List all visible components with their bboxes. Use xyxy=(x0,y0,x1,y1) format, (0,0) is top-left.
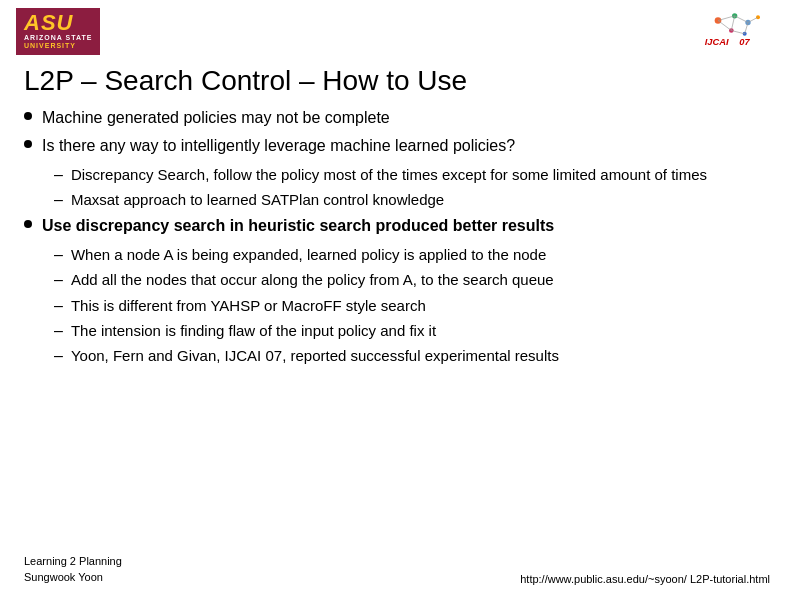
sub-bullet-text-3-4: The intension is finding flaw of the inp… xyxy=(71,320,436,341)
sub-bullet-text-3-1: When a node A is being expanded, learned… xyxy=(71,244,546,265)
main-bullet-list: Machine generated policies may not be co… xyxy=(24,107,770,368)
asu-university-text: UNIVERSITY xyxy=(24,42,92,50)
sub-bullet-list-3: – When a node A is being expanded, learn… xyxy=(54,244,770,368)
svg-line-9 xyxy=(718,21,731,31)
sub-bullet-text-3-5: Yoon, Fern and Givan, IJCAI 07, reported… xyxy=(71,345,559,366)
sub-bullet-2-1: – Discrepancy Search, follow the policy … xyxy=(54,164,770,186)
footer: Learning 2 Planning Sungwook Yoon http:/… xyxy=(24,554,770,585)
content-area: Machine generated policies may not be co… xyxy=(0,107,794,368)
slide-title: L2P – Search Control – How to Use xyxy=(0,59,794,107)
svg-line-12 xyxy=(731,31,744,34)
svg-line-6 xyxy=(718,16,735,21)
sub-bullet-text-2-1: Discrepancy Search, follow the policy mo… xyxy=(71,164,707,185)
svg-line-10 xyxy=(731,16,734,31)
sub-dash-3-3: – xyxy=(54,295,63,317)
footer-url: http://www.public.asu.edu/~syoon/ L2P-tu… xyxy=(520,573,770,585)
icai-logo: IJCAI 07 xyxy=(698,8,778,53)
sub-dash-3-5: – xyxy=(54,345,63,367)
footer-line2: Sungwook Yoon xyxy=(24,570,122,585)
asu-acronym: ASU xyxy=(24,12,73,34)
sub-bullet-3-4: – The intension is finding flaw of the i… xyxy=(54,320,770,342)
sub-bullet-text-3-2: Add all the nodes that occur along the p… xyxy=(71,269,554,290)
sub-bullet-list-2: – Discrepancy Search, follow the policy … xyxy=(54,164,770,212)
sub-bullet-3-3: – This is different from YAHSP or MacroF… xyxy=(54,295,770,317)
asu-arizona-text: ARIZONA STATE xyxy=(24,34,92,42)
sub-bullet-3-1: – When a node A is being expanded, learn… xyxy=(54,244,770,266)
bullet-text-2: Is there any way to intelligently levera… xyxy=(42,135,515,157)
bullet-dot-2 xyxy=(24,140,32,148)
sub-dash-2-2: – xyxy=(54,189,63,211)
sub-bullet-3-2: – Add all the nodes that occur along the… xyxy=(54,269,770,291)
sub-dash-3-2: – xyxy=(54,269,63,291)
sub-dash-3-1: – xyxy=(54,244,63,266)
header: ASU ARIZONA STATE UNIVERSITY IJCAI xyxy=(0,0,794,59)
sub-bullet-text-3-3: This is different from YAHSP or MacroFF … xyxy=(71,295,426,316)
bullet-text-1: Machine generated policies may not be co… xyxy=(42,107,390,129)
svg-text:IJCAI: IJCAI xyxy=(705,37,729,47)
bullet-dot-3 xyxy=(24,220,32,228)
svg-text:07: 07 xyxy=(739,37,750,47)
svg-line-7 xyxy=(735,16,748,23)
sub-bullet-2-2: – Maxsat approach to learned SATPlan con… xyxy=(54,189,770,211)
sub-bullet-3-5: – Yoon, Fern and Givan, IJCAI 07, report… xyxy=(54,345,770,367)
sub-dash-2-1: – xyxy=(54,164,63,186)
asu-logo: ASU ARIZONA STATE UNIVERSITY xyxy=(16,8,100,55)
bullet-item-2: Is there any way to intelligently levera… xyxy=(24,135,770,211)
bullet-item-3: Use discrepancy search in heuristic sear… xyxy=(24,215,770,367)
svg-line-8 xyxy=(748,17,758,22)
icai-logo-icon: IJCAI 07 xyxy=(698,8,778,53)
footer-left: Learning 2 Planning Sungwook Yoon xyxy=(24,554,122,585)
sub-dash-3-4: – xyxy=(54,320,63,342)
bullet-item-1: Machine generated policies may not be co… xyxy=(24,107,770,129)
footer-line1: Learning 2 Planning xyxy=(24,554,122,569)
bullet-dot-1 xyxy=(24,112,32,120)
bullet-text-3: Use discrepancy search in heuristic sear… xyxy=(42,215,554,237)
sub-bullet-text-2-2: Maxsat approach to learned SATPlan contr… xyxy=(71,189,444,210)
